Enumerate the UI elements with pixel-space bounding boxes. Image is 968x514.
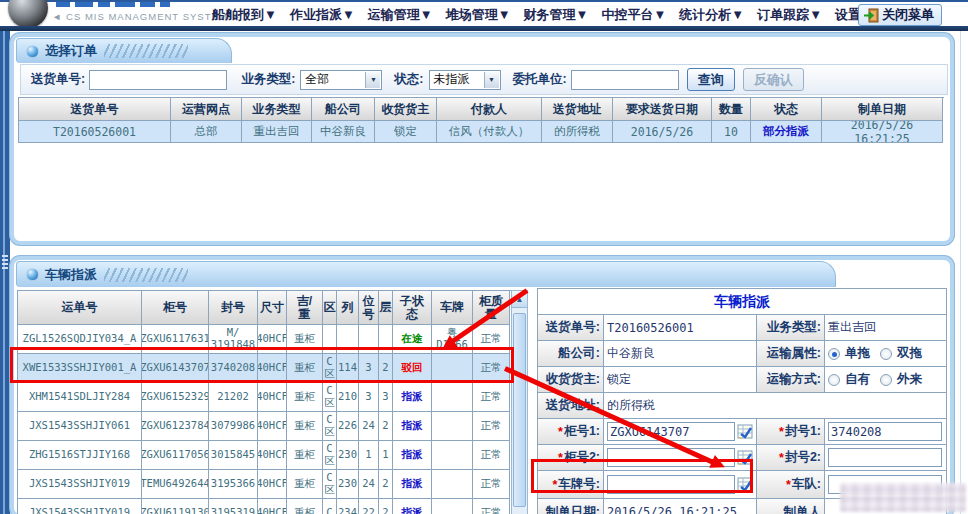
table-cell: T20160526001 xyxy=(19,121,171,143)
menu-control-platform[interactable]: 中控平台▼ xyxy=(601,6,666,24)
table-cell: XWE1533SSHJIY001_A xyxy=(18,354,142,383)
table-row[interactable]: JXS1543SSHJIY019ZGXU6119130319531940HCF重… xyxy=(18,499,511,514)
form-address-label: 送货地址: xyxy=(538,393,604,418)
table-cell: 2016/5/26 16:21:25 xyxy=(822,121,943,143)
table-row[interactable]: T20160526001总部重出吉回中谷新良锁定信风（付款人）的所得税2016/… xyxy=(19,121,944,143)
table-row[interactable]: XHM1541SDLJIY284ZGXU61523292120240HCF重柜C… xyxy=(18,383,511,412)
table-cell xyxy=(379,325,393,354)
form-create-date-label: 制单日期: xyxy=(538,499,604,514)
table-cell: M/3191848 xyxy=(209,325,258,354)
menu-order-tracking[interactable]: 订单跟踪▼ xyxy=(757,6,822,24)
table-header-cell: 车牌 xyxy=(432,291,473,325)
query-button[interactable]: 查询 xyxy=(687,68,735,91)
business-type-select[interactable]: 全部 ▼ xyxy=(300,70,382,90)
table-header-row: 送货单号运营网点业务类型船公司收货货主付款人送货地址要求送货日期数量状态制单日期 xyxy=(19,98,944,121)
table-cell: 3079986 xyxy=(209,412,258,441)
form-container2-field xyxy=(604,445,757,470)
table-cell: 40HCF xyxy=(258,383,287,412)
form-transport-mode-label: 运输方式: xyxy=(757,367,825,392)
order-filter-bar: 送货单号: 业务类型: 全部 ▼ 状态: 未指派 ▼ 委托单位: 查询 反确认 xyxy=(20,64,948,95)
menu-job-dispatch[interactable]: 作业指派▼ xyxy=(290,6,355,24)
seal2-input[interactable] xyxy=(828,448,942,467)
table-cell: JXS1543SSHJIY019 xyxy=(18,499,142,514)
table-cell: 总部 xyxy=(171,121,242,143)
table-row[interactable]: JXS1543SSHJIY019TEMU6492644319536640HCF重… xyxy=(18,470,511,499)
main-menu: 船舶报到▼ 作业指派▼ 运输管理▼ 堆场管理▼ 财务管理▼ 中控平台▼ 统计分析… xyxy=(212,2,926,28)
panel-hatch-decor xyxy=(104,268,188,282)
container2-picker-icon[interactable] xyxy=(737,450,753,465)
form-row: 收货货主: 锁定 运输方式: 自有 外来 xyxy=(538,367,946,393)
left-splitter[interactable] xyxy=(0,31,10,514)
table-cell: 40HCF xyxy=(258,412,287,441)
scroll-up-icon[interactable]: ▲ xyxy=(512,291,527,308)
table-header-cell: 柜质量 xyxy=(473,291,510,325)
table-row[interactable]: XWE1533SSHJIY001_AZGXU6143707374020840HC… xyxy=(18,354,511,383)
radio-double-tow[interactable] xyxy=(880,348,892,360)
table-cell: 正常 xyxy=(473,325,510,354)
menu-finance-mgmt[interactable]: 财务管理▼ xyxy=(524,6,589,24)
table-cell xyxy=(359,325,379,354)
table-cell: 重柜 xyxy=(287,499,323,514)
clipped-title-fragments xyxy=(56,2,186,7)
menu-transport-mgmt[interactable]: 运输管理▼ xyxy=(368,6,433,24)
table-cell: 40HCF xyxy=(258,499,287,514)
table-row[interactable]: ZHG1516STJJIY168ZGXU6117056301584540HCF重… xyxy=(18,441,511,470)
table-header-cell: 运单号 xyxy=(18,291,142,325)
table-header-cell: 送货地址 xyxy=(542,98,613,121)
table-cell: 226 xyxy=(337,412,359,441)
panel-orb-icon xyxy=(27,46,38,57)
scrollbar-thumb[interactable] xyxy=(513,313,526,507)
business-type-label: 业务类型: xyxy=(241,71,295,88)
table-cell: 正常 xyxy=(473,470,510,499)
table-cell: 3195319 xyxy=(209,499,258,514)
menu-stats-analysis[interactable]: 统计分析▼ xyxy=(679,6,744,24)
table-cell: 正常 xyxy=(473,354,510,383)
radio-own-label: 自有 xyxy=(845,371,870,388)
delivery-no-input[interactable] xyxy=(89,70,227,90)
table-header-cell: 层 xyxy=(379,291,393,325)
radio-external[interactable] xyxy=(880,374,892,386)
business-type-value: 全部 xyxy=(305,71,329,88)
form-consignee-label: 收货货主: xyxy=(538,367,604,392)
status-select[interactable]: 未指派 ▼ xyxy=(429,70,501,90)
table-cell: 的所得税 xyxy=(542,121,613,143)
unconfirm-button[interactable]: 反确认 xyxy=(743,68,804,91)
container1-input[interactable] xyxy=(607,422,735,441)
radio-own[interactable] xyxy=(828,374,840,386)
vehicle-table-scrollbar[interactable]: ▲ xyxy=(511,290,528,514)
form-container1-label: *柜号1: xyxy=(538,419,604,444)
table-cell: ZHG1516STJJIY168 xyxy=(18,441,142,470)
table-header-cell: 付款人 xyxy=(437,98,542,121)
panel-hatch-decor xyxy=(104,44,188,58)
table-cell: 3195366 xyxy=(209,470,258,499)
table-cell: 24 xyxy=(359,470,379,499)
table-cell xyxy=(432,383,473,412)
table-cell: XHM1541SDLJIY284 xyxy=(18,383,142,412)
table-cell xyxy=(432,499,473,514)
radio-external-label: 外来 xyxy=(897,371,922,388)
table-cell xyxy=(432,412,473,441)
form-title: 车辆指派 xyxy=(538,289,946,315)
container1-picker-icon[interactable] xyxy=(737,424,753,439)
close-menu-button[interactable]: 关闭菜单 xyxy=(858,4,942,26)
table-cell: JXS1543SSHJIY019 xyxy=(18,470,142,499)
dropdown-arrow-icon: ▼ xyxy=(484,72,499,88)
seal1-input[interactable] xyxy=(828,422,942,441)
status-cell: 在途 xyxy=(393,325,432,354)
menu-yard-mgmt[interactable]: 堆场管理▼ xyxy=(446,6,511,24)
radio-single-tow[interactable] xyxy=(828,348,840,360)
table-header-cell: 状态 xyxy=(751,98,822,121)
table-row[interactable]: JXS1543SSHJIY061ZGXU6123784307998640HCF重… xyxy=(18,412,511,441)
table-cell: 重柜 xyxy=(287,470,323,499)
order-table: 送货单号运营网点业务类型船公司收货货主付款人送货地址要求送货日期数量状态制单日期… xyxy=(18,97,944,143)
plate-no-input[interactable] xyxy=(607,475,735,494)
menu-ship-report[interactable]: 船舶报到▼ xyxy=(212,6,277,24)
table-cell: 重柜 xyxy=(287,441,323,470)
table-row[interactable]: ZGL1526SQDJIY034_AZGXU6117631M/319184840… xyxy=(18,325,511,354)
form-fleet-label: *车队: xyxy=(757,471,825,498)
form-business-type-value: 重出吉回 xyxy=(825,315,945,340)
plate-no-picker-icon[interactable] xyxy=(737,477,753,492)
client-input[interactable] xyxy=(571,70,679,90)
table-header-cell: 数量 xyxy=(712,98,751,121)
container2-input[interactable] xyxy=(607,448,735,467)
